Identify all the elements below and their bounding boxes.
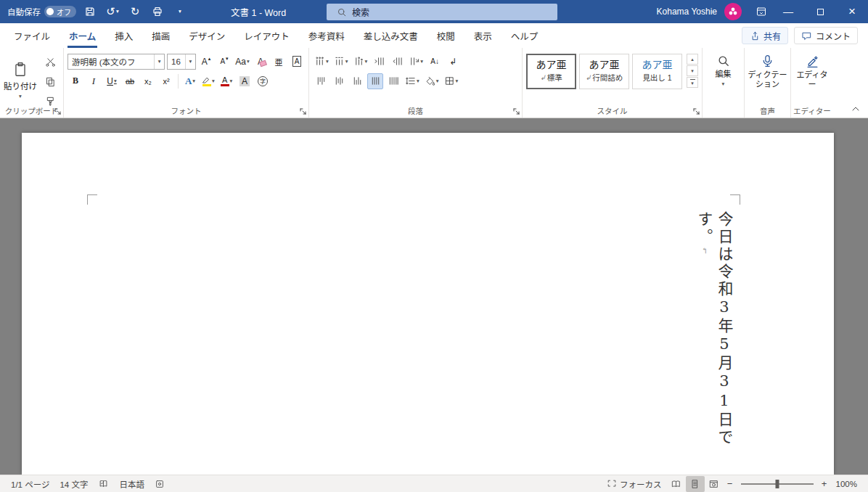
styles-more-button[interactable]: ▾ — [687, 77, 698, 88]
tab-review[interactable]: 校閲 — [427, 23, 464, 48]
tab-home[interactable]: ホーム — [60, 23, 105, 48]
line-spacing-button[interactable]: ▾ — [404, 73, 421, 89]
cut-button[interactable] — [42, 54, 58, 70]
styles-scroll-down-button[interactable]: ▾ — [687, 65, 698, 76]
clipboard-mini-buttons — [42, 52, 58, 109]
style-no-spacing[interactable]: あア亜 ↲行間詰め — [579, 54, 629, 89]
tab-insert[interactable]: 挿入 — [105, 23, 142, 48]
minimize-button[interactable]: — — [772, 0, 804, 23]
avatar[interactable] — [724, 3, 742, 20]
style-normal[interactable]: あア亜 ↲標準 — [526, 54, 576, 89]
styles-scroll: ▴ ▾ ▾ — [687, 54, 698, 88]
autosave-switch[interactable]: オフ — [44, 6, 76, 17]
show-formatting-marks-button[interactable]: ↲ — [445, 54, 461, 70]
text-effects-button[interactable]: A▾ — [182, 73, 198, 89]
highlight-color-button[interactable]: ▾ — [200, 73, 216, 89]
redo-button[interactable]: ↻ — [126, 2, 144, 21]
collapse-ribbon-button[interactable] — [849, 104, 862, 114]
autosave-toggle[interactable]: 自動保存 オフ — [7, 6, 76, 17]
proofing-status[interactable] — [93, 475, 114, 492]
zoom-out-button[interactable]: − — [724, 476, 737, 492]
tab-draw[interactable]: 描画 — [142, 23, 179, 48]
shrink-font-button[interactable]: A▾ — [216, 54, 232, 70]
comments-button[interactable]: コメント — [794, 27, 858, 44]
copy-button[interactable] — [42, 73, 58, 89]
zoom-in-button[interactable]: + — [818, 476, 831, 492]
editing-menu-button[interactable]: 編集 ▾ — [705, 52, 742, 87]
decrease-indent-button[interactable] — [371, 54, 387, 70]
clipboard-dialog-launcher[interactable] — [54, 107, 62, 115]
zoom-level[interactable]: 100% — [831, 475, 862, 492]
bold-button[interactable]: B — [67, 73, 83, 89]
sort-button[interactable]: A↓ — [427, 54, 443, 70]
numbering-button[interactable]: ▾ — [332, 54, 350, 70]
paste-button[interactable]: 貼り付け ▾ — [2, 52, 38, 109]
font-size-combo[interactable]: 16 ▾ — [167, 54, 196, 70]
paragraph-dialog-launcher[interactable] — [512, 107, 520, 115]
zoom-slider[interactable] — [741, 483, 814, 485]
focus-mode-button[interactable]: フォーカス — [602, 475, 667, 492]
save-button[interactable] — [81, 2, 99, 21]
tab-mailings[interactable]: 差し込み文書 — [354, 23, 427, 48]
subscript-button[interactable]: x₂ — [140, 73, 156, 89]
asian-layout-button[interactable]: ▾ — [407, 54, 425, 70]
tab-references[interactable]: 参考資料 — [299, 23, 354, 48]
increase-indent-button[interactable] — [389, 54, 405, 70]
character-shading-button[interactable]: A — [237, 73, 253, 89]
chevron-down-icon: ▾ — [154, 54, 164, 69]
font-color-button[interactable]: A ▾ — [218, 73, 234, 89]
style-heading-1[interactable]: あア亜 見出し 1 — [632, 54, 682, 89]
styles-dialog-launcher[interactable] — [692, 107, 700, 115]
ruby-button[interactable]: 亜 — [271, 54, 287, 70]
borders-button[interactable]: ▾ — [443, 73, 460, 89]
read-mode-button[interactable] — [667, 476, 686, 492]
align-bottom-button[interactable] — [349, 73, 365, 89]
dictate-button[interactable]: ディクテーション — [747, 52, 788, 89]
search-icon — [337, 7, 347, 17]
customize-quick-access-button[interactable]: ▾ — [171, 2, 189, 21]
sort-icon: A↓ — [430, 57, 439, 65]
search-box[interactable]: 検索 — [327, 4, 557, 20]
document-text[interactable]: 今日は令和3年5月31日です。↰ — [694, 211, 734, 475]
web-layout-button[interactable] — [705, 476, 724, 492]
arrow-up-icon: ▴ — [208, 56, 211, 61]
zoom-slider-thumb[interactable] — [775, 480, 779, 488]
document-page[interactable]: 今日は令和3年5月31日です。↰ — [22, 133, 834, 475]
align-top-button[interactable] — [313, 73, 329, 89]
font-dialog-launcher[interactable] — [299, 107, 307, 115]
close-button[interactable]: × — [836, 0, 868, 23]
tab-file[interactable]: ファイル — [4, 23, 60, 48]
grow-font-button[interactable]: A▴ — [198, 54, 214, 70]
tab-design[interactable]: デザイン — [179, 23, 234, 48]
align-center-button[interactable] — [331, 73, 347, 89]
strikethrough-button[interactable]: ab — [122, 73, 138, 89]
enclose-characters-button[interactable]: A — [289, 54, 305, 70]
ribbon-display-options-button[interactable] — [750, 0, 772, 23]
bullets-button[interactable]: ▾ — [313, 54, 330, 70]
styles-scroll-up-button[interactable]: ▴ — [687, 54, 698, 65]
distribute-button[interactable] — [385, 73, 401, 89]
italic-button[interactable]: I — [86, 73, 102, 89]
share-button[interactable]: 共有 — [742, 27, 788, 44]
clear-formatting-button[interactable]: A — [253, 54, 269, 70]
print-layout-button[interactable] — [686, 476, 705, 492]
page-indicator[interactable]: 1/1 ページ — [6, 475, 54, 492]
tab-view[interactable]: 表示 — [464, 23, 501, 48]
tab-layout[interactable]: レイアウト — [234, 23, 299, 48]
change-case-button[interactable]: Aa▾ — [234, 54, 250, 70]
quick-print-button[interactable] — [149, 2, 166, 21]
undo-button[interactable]: ↺ ▾ — [104, 2, 121, 21]
multilevel-list-button[interactable]: ▾ — [352, 54, 369, 70]
word-count[interactable]: 14 文字 — [54, 475, 93, 492]
superscript-button[interactable]: x² — [158, 73, 174, 89]
underline-button[interactable]: U▾ — [104, 73, 120, 89]
shading-button[interactable]: ▾ — [423, 73, 441, 89]
maximize-button[interactable] — [804, 0, 836, 23]
circle-character-button[interactable]: 字 — [255, 73, 271, 89]
font-name-combo[interactable]: 游明朝 (本文のフ ▾ — [67, 54, 165, 70]
tab-help[interactable]: ヘルプ — [501, 23, 548, 48]
macro-record-button[interactable] — [150, 475, 170, 492]
editor-button[interactable]: エディター — [793, 52, 831, 89]
justify-button[interactable] — [367, 73, 383, 89]
language-indicator[interactable]: 日本語 — [114, 475, 150, 492]
